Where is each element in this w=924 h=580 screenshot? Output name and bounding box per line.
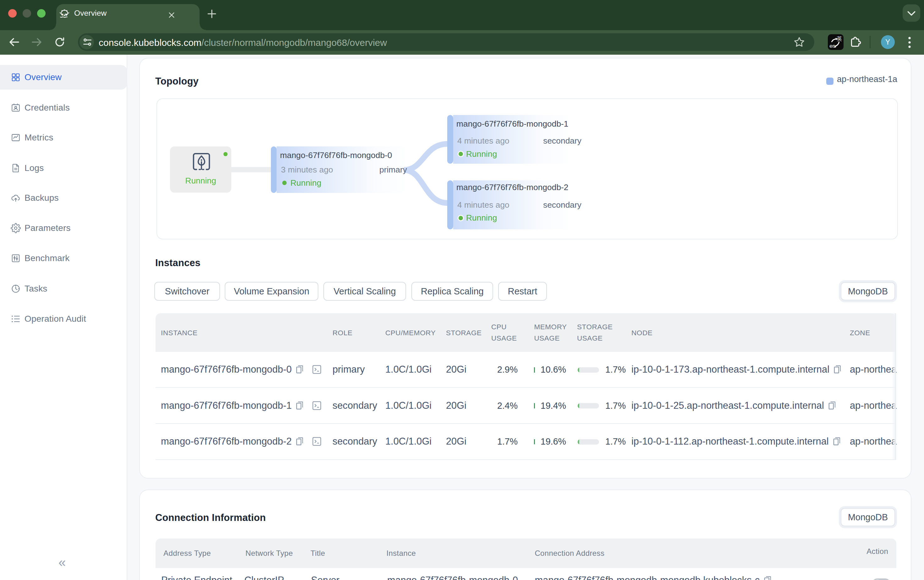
svg-text:K: K	[63, 11, 67, 16]
